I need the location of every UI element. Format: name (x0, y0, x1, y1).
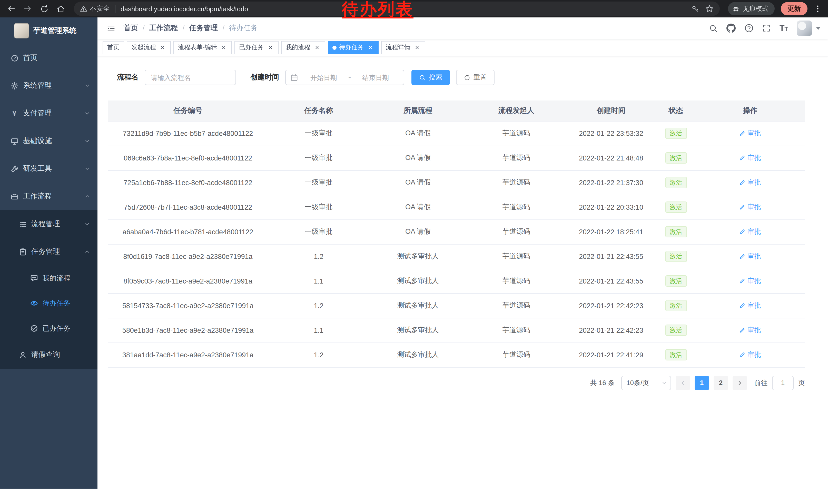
reset-button[interactable]: 重置 (456, 70, 495, 85)
tab[interactable]: 待办任务 (328, 41, 379, 54)
address-bar[interactable]: 不安全 dashboard.yudao.iocoder.cn/bpm/task/… (74, 2, 720, 16)
bookmark-star-icon[interactable] (705, 5, 714, 13)
sidebar-item-process-mgmt[interactable]: 流程管理 (0, 210, 97, 238)
sidebar-item-system[interactable]: 系统管理 (0, 72, 97, 99)
chevron-down-icon (662, 380, 667, 385)
sidebar-item-workflow[interactable]: 工作流程 (0, 183, 97, 210)
font-size-icon[interactable]: TT (780, 24, 788, 32)
fullscreen-icon[interactable] (762, 24, 771, 32)
browser-home-button[interactable] (53, 2, 68, 16)
chat-person-icon (30, 274, 38, 282)
edit-pen-icon (740, 179, 746, 186)
cell-task-id: 069c6a63-7b8a-11ec-8ef0-acde48001122 (108, 146, 268, 170)
approve-link[interactable]: 审批 (740, 301, 761, 310)
page-button-1[interactable]: 1 (695, 375, 709, 390)
github-icon[interactable] (727, 24, 736, 33)
browser-reload-button[interactable] (37, 2, 51, 16)
cell-created: 2022-01-22 21:48:48 (566, 146, 656, 170)
search-icon[interactable] (709, 24, 718, 33)
page-unit-label: 页 (798, 378, 805, 387)
sidebar-item-leave-query[interactable]: 请假查询 (0, 341, 97, 369)
sidebar-item-my-process[interactable]: 我的流程 (0, 266, 97, 291)
user-menu[interactable] (797, 20, 821, 36)
goto-page-input[interactable] (772, 375, 794, 390)
table-row: 8f0d1619-7ac8-11ec-a9e2-a2380e71991a 1.2… (108, 244, 805, 269)
status-badge: 激活 (665, 128, 687, 139)
tab-close-icon[interactable] (413, 44, 421, 51)
breadcrumb-home[interactable]: 首页 (124, 24, 149, 33)
approve-link[interactable]: 审批 (740, 227, 761, 236)
approve-link[interactable]: 审批 (740, 153, 761, 163)
tab[interactable]: 流程详情 (381, 41, 425, 54)
tab[interactable]: 已办任务 (235, 41, 279, 54)
page-size-select[interactable]: 10条/页 (621, 375, 671, 390)
browser-menu-icon[interactable] (812, 5, 824, 13)
person-icon (18, 351, 27, 359)
user-avatar[interactable] (797, 20, 812, 36)
approve-label: 审批 (748, 301, 761, 310)
tab-close-icon[interactable] (314, 44, 321, 51)
sidebar-toggle-icon[interactable] (102, 24, 120, 33)
status-badge: 激活 (665, 349, 687, 360)
filter-bar: 流程名 创建时间 - 搜索 (108, 70, 805, 85)
browser-update-button[interactable]: 更新 (781, 2, 808, 15)
approve-link[interactable]: 审批 (740, 129, 761, 138)
next-page-button[interactable] (733, 375, 747, 390)
approve-link[interactable]: 审批 (740, 350, 761, 359)
search-button[interactable]: 搜索 (411, 70, 450, 85)
col-actions: 操作 (695, 100, 805, 121)
tab[interactable]: 首页 (102, 41, 124, 54)
cell-created: 2022-01-22 21:37:30 (566, 170, 656, 195)
calendar-icon (290, 74, 298, 81)
sidebar-item-task-mgmt[interactable]: 任务管理 (0, 238, 97, 266)
approve-link[interactable]: 审批 (740, 326, 761, 335)
security-warning[interactable]: 不安全 (80, 4, 110, 13)
breadcrumb-task-mgmt[interactable]: 任务管理 (189, 24, 229, 33)
tab[interactable]: 流程表单-编辑 (173, 41, 232, 54)
browser-chrome: 不安全 dashboard.yudao.iocoder.cn/bpm/task/… (0, 0, 828, 17)
approve-link[interactable]: 审批 (740, 202, 761, 212)
password-key-icon[interactable] (692, 5, 699, 12)
navbar-actions: TT (709, 20, 821, 36)
tab-close-icon[interactable] (159, 44, 166, 51)
approve-link[interactable]: 审批 (740, 276, 761, 286)
start-date-input[interactable] (300, 74, 347, 81)
sidebar-item-devtools[interactable]: 研发工具 (0, 155, 97, 183)
table-row: 069c6a63-7b8a-11ec-8ef0-acde48001122 一级审… (108, 146, 805, 170)
page-url: dashboard.yudao.iocoder.cn/bpm/task/todo (121, 5, 248, 12)
cell-initiator: 芋道源码 (467, 146, 566, 170)
screen: 不安全 dashboard.yudao.iocoder.cn/bpm/task/… (0, 0, 828, 504)
page-button-2[interactable]: 2 (714, 375, 728, 390)
col-process: 所属流程 (369, 100, 467, 121)
sidebar-item-infrastructure[interactable]: 基础设施 (0, 127, 97, 155)
cell-actions: 审批 (695, 293, 805, 318)
help-icon[interactable] (745, 24, 754, 33)
browser-back-button[interactable] (4, 2, 18, 16)
tab[interactable]: 我的流程 (281, 41, 325, 54)
sidebar-item-home[interactable]: 首页 (0, 44, 97, 72)
sidebar-item-done-tasks[interactable]: 已办任务 (0, 316, 97, 341)
approve-link[interactable]: 审批 (740, 178, 761, 187)
cell-actions: 审批 (695, 318, 805, 342)
tab[interactable]: 发起流程 (127, 41, 171, 54)
total-count: 共 16 条 (590, 378, 615, 387)
sidebar-item-payment[interactable]: ¥ 支付管理 (0, 99, 97, 127)
breadcrumb-workflow[interactable]: 工作流程 (149, 24, 189, 33)
date-range-picker[interactable]: - (285, 70, 404, 85)
browser-forward-button[interactable] (20, 2, 35, 16)
chevron-down-icon (85, 138, 90, 144)
gear-icon (10, 82, 18, 89)
tab-close-icon[interactable] (267, 44, 274, 51)
prev-page-button[interactable] (676, 375, 690, 390)
cell-status: 激活 (656, 244, 695, 269)
status-badge: 激活 (665, 226, 687, 237)
tab-close-icon[interactable] (367, 44, 374, 51)
process-name-input[interactable] (145, 70, 236, 85)
sidebar-item-todo-tasks[interactable]: 待办任务 (0, 291, 97, 316)
end-date-input[interactable] (352, 74, 399, 81)
eye-icon (30, 300, 38, 307)
edit-pen-icon (740, 253, 746, 260)
cell-task-id: 725a1eb6-7b88-11ec-8ef0-acde48001122 (108, 170, 268, 195)
approve-link[interactable]: 审批 (740, 252, 761, 261)
tab-close-icon[interactable] (220, 44, 227, 51)
